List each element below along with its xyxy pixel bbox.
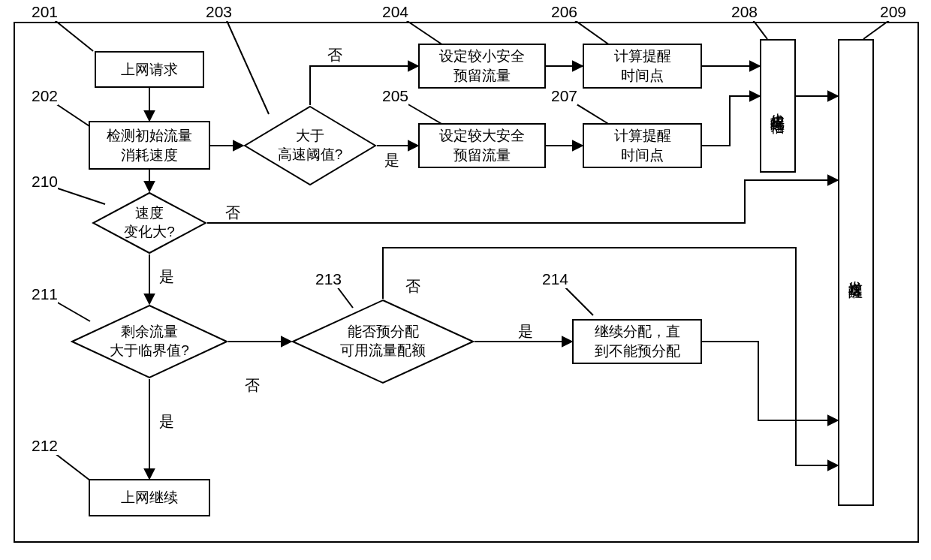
branch-yes: 是 xyxy=(159,266,174,287)
branch-no: 否 xyxy=(405,276,420,297)
tag-208: 208 xyxy=(731,3,758,21)
node-label: 生成提醒短信 xyxy=(768,101,788,110)
node-209: 发送提醒 xyxy=(838,39,874,506)
node-label: 设定较小安全预留流量 xyxy=(439,47,525,85)
tag-205: 205 xyxy=(382,87,408,105)
branch-no: 否 xyxy=(245,375,260,396)
node-label: 计算提醒时间点 xyxy=(614,126,671,164)
node-label: 继续分配，直到不能预分配 xyxy=(595,322,680,360)
node-206: 计算提醒时间点 xyxy=(583,44,702,89)
node-213: 能否预分配可用流量配额 xyxy=(291,299,475,384)
node-label: 速度变化大? xyxy=(124,204,175,241)
node-210: 速度变化大? xyxy=(92,191,207,254)
node-label: 上网请求 xyxy=(121,60,178,80)
tag-212: 212 xyxy=(32,437,58,455)
node-label: 大于高速阈值? xyxy=(278,127,343,164)
node-212: 上网继续 xyxy=(89,479,210,516)
tag-210: 210 xyxy=(32,173,58,191)
tag-203: 203 xyxy=(206,3,232,21)
node-label: 上网继续 xyxy=(121,488,178,507)
flowchart-canvas: 201 202 203 204 205 206 207 208 209 210 … xyxy=(0,0,931,560)
node-207: 计算提醒时间点 xyxy=(583,123,702,168)
node-204: 设定较小安全预留流量 xyxy=(418,44,546,89)
node-211: 剩余流量大于临界值? xyxy=(71,304,228,379)
branch-yes: 是 xyxy=(518,321,533,342)
node-label: 设定较大安全预留流量 xyxy=(439,126,525,164)
branch-yes: 是 xyxy=(384,150,399,170)
node-label: 能否预分配可用流量配额 xyxy=(340,323,426,360)
node-214: 继续分配，直到不能预分配 xyxy=(572,319,702,364)
node-label: 检测初始流量消耗速度 xyxy=(107,126,192,164)
node-203: 大于高速阈值? xyxy=(243,105,377,186)
branch-yes: 是 xyxy=(159,411,174,432)
tag-211: 211 xyxy=(32,285,58,303)
node-205: 设定较大安全预留流量 xyxy=(418,123,546,168)
node-label: 发送提醒 xyxy=(846,269,866,275)
tag-207: 207 xyxy=(551,87,577,105)
tag-204: 204 xyxy=(382,3,408,21)
node-label: 剩余流量大于临界值? xyxy=(110,323,189,360)
node-201: 上网请求 xyxy=(95,51,204,88)
tag-201: 201 xyxy=(32,3,58,21)
node-202: 检测初始流量消耗速度 xyxy=(89,121,210,170)
tag-209: 209 xyxy=(880,3,906,21)
tag-206: 206 xyxy=(551,3,577,21)
node-208: 生成提醒短信 xyxy=(760,39,796,173)
tag-202: 202 xyxy=(32,87,58,105)
branch-no: 否 xyxy=(327,45,342,65)
node-label: 计算提醒时间点 xyxy=(614,47,671,85)
tag-213: 213 xyxy=(315,270,342,288)
branch-no: 否 xyxy=(225,203,240,223)
tag-214: 214 xyxy=(542,270,568,288)
